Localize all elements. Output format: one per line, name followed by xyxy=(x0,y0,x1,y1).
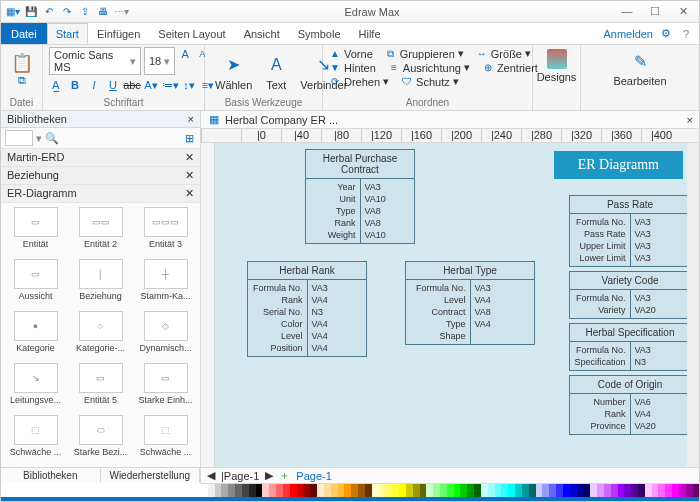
align[interactable]: Ausrichtung xyxy=(403,62,461,74)
cursor-icon: ➤ xyxy=(222,53,246,77)
lib-close-icon[interactable]: × xyxy=(188,113,194,125)
text-tool[interactable]: AText xyxy=(260,51,292,93)
lib-item[interactable]: ▭▭▭Entität 3 xyxy=(135,207,196,255)
lib-item[interactable]: ⬭Starke Bezi... xyxy=(70,415,131,463)
export-icon[interactable]: ⇪ xyxy=(77,4,93,20)
undo-icon[interactable]: ↶ xyxy=(41,4,57,20)
scrollbar-v[interactable] xyxy=(687,143,699,467)
page-prev-icon[interactable]: ◀ xyxy=(207,469,215,482)
lib-cat-martin[interactable]: Martin-ERD✕ xyxy=(1,149,200,167)
doc-icon: ▦ xyxy=(207,113,221,127)
ribbon-group-tools: Basis Werkzeuge xyxy=(211,96,316,108)
italic-icon[interactable]: I xyxy=(87,78,101,92)
entity[interactable]: Herbal Purchase ContractYearUnitTypeRank… xyxy=(305,149,415,244)
spacing-icon[interactable]: ↕▾ xyxy=(182,78,196,92)
lib-foot-restore[interactable]: Wiederherstellung xyxy=(101,468,201,483)
underline-icon[interactable]: U xyxy=(106,78,120,92)
size[interactable]: Größe xyxy=(491,48,522,60)
redo-icon[interactable]: ↷ xyxy=(59,4,75,20)
font-color-icon[interactable]: A̲ xyxy=(49,78,63,92)
entity[interactable]: Pass RateFormula No.Pass RateUpper Limit… xyxy=(569,195,691,267)
lib-item[interactable]: ▭▭Entität 2 xyxy=(70,207,131,255)
bullets-icon[interactable]: ≔▾ xyxy=(163,78,177,92)
help-icon[interactable]: ? xyxy=(679,27,693,41)
page-tab[interactable]: Page-1 xyxy=(296,470,331,482)
search-icon[interactable]: 🔍 xyxy=(45,131,59,145)
gear-icon[interactable]: ⚙ xyxy=(659,27,673,41)
tab-symbols[interactable]: Symbole xyxy=(289,23,350,44)
tab-start[interactable]: Start xyxy=(47,23,88,44)
tab-insert[interactable]: Einfügen xyxy=(88,23,149,44)
select-tool[interactable]: ➤Wählen xyxy=(211,51,256,93)
lib-item[interactable]: ┼Stamm-Ka... xyxy=(135,259,196,307)
lib-foot-lib[interactable]: Bibliotheken xyxy=(1,468,101,483)
ruler-vertical xyxy=(201,143,215,467)
send-back[interactable]: Hinten xyxy=(344,62,376,74)
lib-item[interactable]: ▭Starke Einh... xyxy=(135,363,196,411)
tab-view[interactable]: Ansicht xyxy=(235,23,289,44)
designs-icon xyxy=(547,49,567,69)
paste-icon[interactable]: 📋 xyxy=(15,56,29,70)
lib-item[interactable]: ⬚Schwäche ... xyxy=(5,415,66,463)
rotate[interactable]: Drehen xyxy=(344,76,380,88)
lib-item[interactable]: ↘Leitungsve... xyxy=(5,363,66,411)
group[interactable]: Gruppieren xyxy=(400,48,455,60)
lib-item[interactable]: │Beziehung xyxy=(70,259,131,307)
ribbon-group-file: Datei xyxy=(7,96,36,108)
protect[interactable]: Schutz xyxy=(416,76,450,88)
lib-cat-relation[interactable]: Beziehung✕ xyxy=(1,167,200,185)
lib-new-icon[interactable]: ⊞ xyxy=(182,131,196,145)
minimize-icon[interactable]: — xyxy=(615,5,639,18)
highlight-icon[interactable]: A▾ xyxy=(144,78,158,92)
maximize-icon[interactable]: ☐ xyxy=(643,5,667,18)
file-menu[interactable]: Datei xyxy=(1,23,47,44)
doc-close-icon[interactable]: × xyxy=(687,114,693,126)
edit-button[interactable]: ✎Bearbeiten xyxy=(587,47,693,89)
lib-title: Bibliotheken xyxy=(7,113,67,125)
qat-menu-icon[interactable]: ▦▾ xyxy=(5,4,21,20)
entity[interactable]: Code of OriginNumberRankProvinceVA6VA4VA… xyxy=(569,375,691,435)
lib-item[interactable]: ⬚Schwäche ... xyxy=(135,415,196,463)
bring-front[interactable]: Vorne xyxy=(344,48,373,60)
lib-item[interactable]: ▭Entität xyxy=(5,207,66,255)
doc-tab[interactable]: Herbal Company ER ... xyxy=(225,114,338,126)
grow-font-icon[interactable]: A xyxy=(178,47,192,61)
lib-item[interactable]: ○Kategorie-... xyxy=(70,311,131,359)
tab-help[interactable]: Hilfe xyxy=(350,23,390,44)
ribbon-group-arrange: Anordnen xyxy=(329,96,526,108)
lib-cat-erd[interactable]: ER-Diagramm✕ xyxy=(1,185,200,203)
font-size-select[interactable]: 18▾ xyxy=(144,47,175,75)
color-swatches[interactable] xyxy=(201,483,699,497)
text-icon: A xyxy=(264,53,288,77)
center[interactable]: Zentriert xyxy=(497,62,538,74)
entity[interactable]: Variety CodeFormula No.VarietyVA3VA20 xyxy=(569,271,691,319)
copy-icon[interactable]: ⧉ xyxy=(15,74,29,88)
font-name-select[interactable]: Comic Sans MS▾ xyxy=(49,47,141,75)
close-icon[interactable]: ✕ xyxy=(671,5,695,18)
entity[interactable]: Herbal SpecificationFormula No.Specifica… xyxy=(569,323,691,371)
app-title: Edraw Max xyxy=(129,6,615,18)
edit-icon: ✎ xyxy=(628,49,652,73)
ribbon-group-font: Schriftart xyxy=(49,96,198,108)
lib-item[interactable]: ▭Aussicht xyxy=(5,259,66,307)
canvas[interactable]: ER Diagramm Herbal Purchase ContractYear… xyxy=(215,143,699,467)
diagram-title: ER Diagramm xyxy=(554,151,683,179)
entity[interactable]: Herbal TypeFormula No.LevelContract Type… xyxy=(405,261,535,345)
lib-item[interactable]: ●Kategorie xyxy=(5,311,66,359)
designs-button[interactable]: Designs xyxy=(539,47,574,85)
qat-more-icon[interactable]: ⋯▾ xyxy=(113,4,129,20)
print-icon[interactable]: 🖶 xyxy=(95,4,111,20)
page-next-icon[interactable]: ▶ xyxy=(265,469,273,482)
lib-item[interactable]: ◇Dynamisch... xyxy=(135,311,196,359)
lib-search[interactable] xyxy=(5,130,33,146)
lib-item[interactable]: ▭Entität 5 xyxy=(70,363,131,411)
page-label: |Page-1 xyxy=(221,470,259,482)
login-link[interactable]: Anmelden xyxy=(603,28,653,40)
bold-icon[interactable]: B xyxy=(68,78,82,92)
save-icon[interactable]: 💾 xyxy=(23,4,39,20)
tab-pagelayout[interactable]: Seiten Layout xyxy=(149,23,234,44)
entity[interactable]: Herbal RankFormula No.RankSerial No.Colo… xyxy=(247,261,367,357)
page-add-icon[interactable]: ＋ xyxy=(279,468,290,483)
strike-icon[interactable]: abc xyxy=(125,78,139,92)
